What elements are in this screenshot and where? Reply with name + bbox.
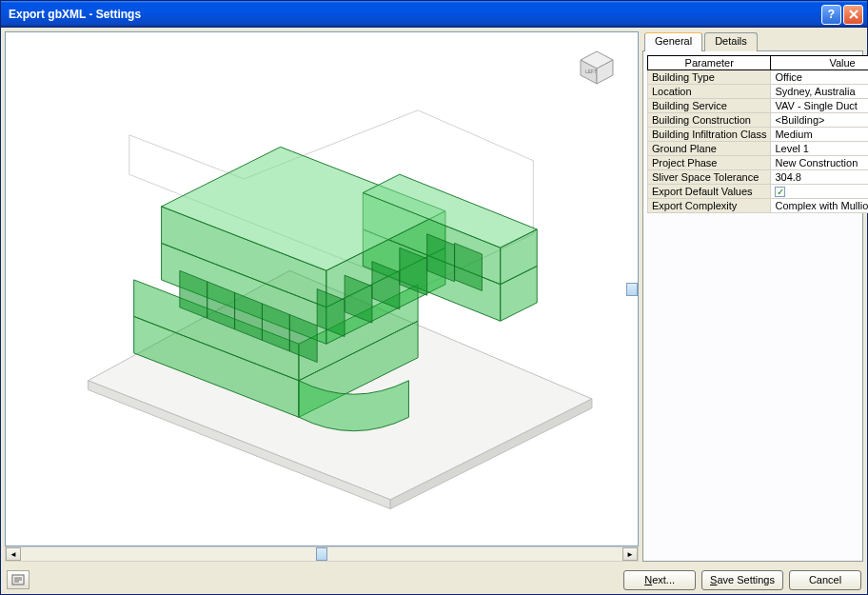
value-cell[interactable]: Medium — [771, 128, 868, 142]
tab-general[interactable]: General — [644, 32, 702, 51]
show-report-button[interactable] — [7, 570, 30, 589]
next-button[interactable]: Next... — [623, 570, 696, 590]
table-row: Building ServiceVAV - Single Duct — [648, 99, 869, 113]
horizontal-scrollbar[interactable]: ◄ ► — [5, 546, 639, 562]
value-cell[interactable]: 304.8 — [771, 170, 868, 185]
table-row: Project PhaseNew Construction — [648, 156, 869, 170]
titlebar[interactable]: Export gbXML - Settings ? — [1, 1, 867, 28]
table-row: Ground PlaneLevel 1 — [648, 142, 869, 156]
tab-details-label: Details — [715, 35, 747, 47]
viewcube[interactable]: LEFT — [577, 48, 617, 88]
table-row: Building Infiltration ClassMedium — [648, 128, 869, 142]
checkbox-icon: ✓ — [775, 187, 785, 197]
svg-text:LEFT: LEFT — [585, 69, 597, 74]
dialog-window: Export gbXML - Settings ? — [0, 0, 868, 595]
help-button[interactable]: ? — [821, 5, 841, 25]
horizontal-scroll-thumb[interactable] — [316, 547, 327, 561]
value-cell[interactable]: Complex with Mullions and S — [771, 199, 868, 213]
vertical-scroll-thumb[interactable] — [626, 283, 638, 296]
save-settings-button[interactable]: Save Settings — [701, 570, 783, 590]
value-cell[interactable]: New Construction — [771, 156, 868, 170]
scroll-right-button[interactable]: ► — [622, 547, 638, 561]
next-button-rest: ext... — [652, 574, 675, 585]
table-row: Building Construction<Building> — [648, 113, 869, 128]
scroll-left-button[interactable]: ◄ — [6, 547, 21, 561]
table-row: Building TypeOffice — [648, 70, 869, 85]
value-cell[interactable]: Sydney, Australia — [771, 85, 868, 99]
cancel-button[interactable]: Cancel — [789, 570, 861, 590]
table-row: LocationSydney, Australia — [648, 85, 869, 99]
value-cell[interactable]: VAV - Single Duct — [771, 99, 868, 113]
window-title: Export gbXML - Settings — [9, 8, 821, 21]
tab-details[interactable]: Details — [704, 32, 758, 51]
model-viewport[interactable]: LEFT — [5, 31, 639, 546]
column-value: Value — [771, 56, 868, 70]
table-row: Export ComplexityComplex with Mullions a… — [648, 199, 869, 213]
properties-table: Parameter Value Building TypeOffice Loca… — [647, 55, 868, 213]
table-row: Export Default Values✓ — [648, 185, 869, 199]
close-button[interactable] — [843, 5, 863, 25]
value-cell[interactable]: <Building> — [771, 113, 868, 128]
building-model — [6, 32, 638, 545]
report-icon — [11, 574, 25, 585]
value-cell[interactable]: Office — [771, 70, 868, 85]
table-row: Sliver Space Tolerance304.8 — [648, 170, 869, 185]
save-button-rest: ave Settings — [717, 574, 775, 585]
checkbox-cell[interactable]: ✓ — [771, 185, 868, 199]
column-parameter: Parameter — [648, 56, 771, 70]
properties-panel: Parameter Value Building TypeOffice Loca… — [642, 50, 863, 562]
value-cell[interactable]: Level 1 — [771, 142, 868, 156]
tab-general-label: General — [655, 35, 692, 47]
